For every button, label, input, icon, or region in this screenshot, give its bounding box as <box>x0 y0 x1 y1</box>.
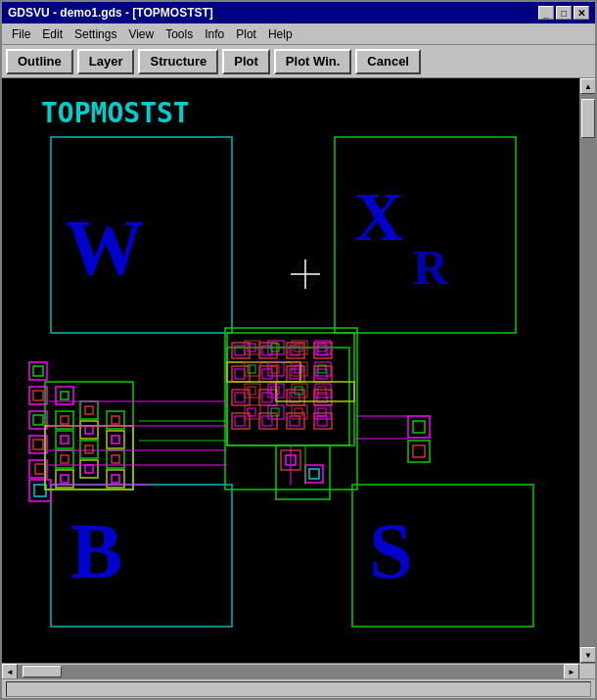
menu-info[interactable]: Info <box>199 25 230 43</box>
menu-edit[interactable]: Edit <box>36 25 69 43</box>
plot-win-button[interactable]: Plot Win. <box>274 49 352 74</box>
scroll-thumb-h[interactable] <box>23 666 62 677</box>
canvas-container: ▲ ▼ <box>2 78 595 663</box>
outline-button[interactable]: Outline <box>6 49 73 74</box>
corner-square <box>579 664 595 679</box>
menu-tools[interactable]: Tools <box>160 25 199 43</box>
layer-button[interactable]: Layer <box>77 49 135 74</box>
title-bar: GDSVU - demo1.gds - [TOPMOSTST] _ □ ✕ <box>2 2 595 23</box>
toolbar: Outline Layer Structure Plot Plot Win. C… <box>2 45 595 78</box>
scroll-track-v[interactable] <box>580 94 595 647</box>
bottom-scrollbar-area: ◄ ► <box>2 663 595 678</box>
main-window: GDSVU - demo1.gds - [TOPMOSTST] _ □ ✕ Fi… <box>0 0 597 700</box>
window-title: GDSVU - demo1.gds - [TOPMOSTST] <box>8 6 213 20</box>
menu-bar: File Edit Settings View Tools Info Plot … <box>2 23 595 45</box>
menu-view[interactable]: View <box>122 25 160 43</box>
status-bar <box>2 678 595 698</box>
scroll-left-button[interactable]: ◄ <box>2 664 18 679</box>
scroll-right-button[interactable]: ► <box>564 664 579 679</box>
scroll-up-button[interactable]: ▲ <box>580 78 595 94</box>
scroll-track-h[interactable] <box>18 665 564 678</box>
structure-button[interactable]: Structure <box>138 49 218 74</box>
horizontal-scrollbar[interactable] <box>18 664 564 678</box>
cancel-button[interactable]: Cancel <box>355 49 421 74</box>
scroll-thumb-v[interactable] <box>581 99 595 138</box>
scroll-down-button[interactable]: ▼ <box>580 647 595 663</box>
canvas-area[interactable] <box>2 78 579 663</box>
status-field <box>6 681 591 697</box>
menu-settings[interactable]: Settings <box>69 25 122 43</box>
menu-file[interactable]: File <box>6 25 36 43</box>
menu-help[interactable]: Help <box>262 25 298 43</box>
plot-button[interactable]: Plot <box>222 49 270 74</box>
close-button[interactable]: ✕ <box>574 6 589 20</box>
window-controls: _ □ ✕ <box>538 6 589 20</box>
vertical-scrollbar[interactable]: ▲ ▼ <box>579 78 595 663</box>
menu-plot[interactable]: Plot <box>230 25 262 43</box>
minimize-button[interactable]: _ <box>538 6 554 20</box>
maximize-button[interactable]: □ <box>556 6 572 20</box>
